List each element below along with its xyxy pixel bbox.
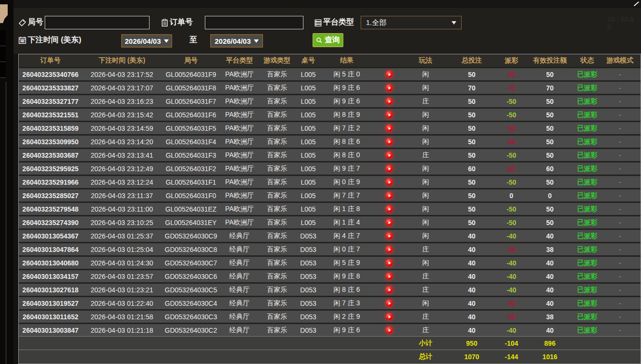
play-video-icon[interactable]	[386, 165, 393, 172]
chevron-down-icon	[254, 39, 259, 43]
cell-round-number: GL005264031F5	[162, 122, 220, 134]
cell-total-bet: 70	[445, 82, 498, 94]
cell-play-type: 庄	[406, 149, 445, 161]
cell-table-number: L005	[295, 149, 321, 161]
play-video-icon[interactable]	[386, 138, 393, 145]
cell-valid-bet: 50	[525, 136, 575, 148]
cell-total-bet: 40	[445, 324, 498, 336]
sidebar-pull-tab[interactable]	[0, 4, 8, 23]
cell-play-type: 庄	[406, 243, 445, 255]
chevron-down-icon	[164, 39, 169, 43]
cell-bet-time: 2026-04-03 23:17:07	[82, 82, 162, 94]
play-video-icon[interactable]	[386, 98, 393, 105]
query-button[interactable]: 查询	[313, 33, 343, 47]
total-valid: 1016	[525, 350, 575, 363]
total-bet: 1070	[445, 350, 498, 363]
cell-game-type: 百家乐	[259, 324, 295, 336]
play-video-icon[interactable]	[386, 246, 393, 253]
table-row: 260403235321551 2026-04-03 23:15:42 GL00…	[19, 107, 641, 121]
cell-bet-time: 2026-04-03 23:17:52	[82, 68, 162, 80]
order-number-input[interactable]	[205, 16, 303, 29]
cell-round-number: GL005264031F3	[162, 149, 220, 161]
cell-payout: -40	[498, 257, 525, 269]
calendar-icon	[18, 36, 26, 44]
table-row: 260403235333827 2026-04-03 23:17:07 GL00…	[19, 80, 641, 94]
play-video-icon[interactable]	[386, 326, 393, 334]
cell-total-bet: 50	[445, 109, 498, 121]
cell-play-type: 庄	[406, 270, 445, 282]
table-row: 260403013034157 2026-04-03 01:23:57 GD05…	[19, 269, 641, 282]
play-video-icon[interactable]	[386, 219, 393, 226]
cell-order-number: 260403235295925	[19, 163, 82, 175]
header-valid-bet: 有效投注额	[525, 54, 575, 67]
play-video-icon[interactable]	[386, 313, 393, 320]
cell-payout: 40	[498, 297, 525, 309]
play-video-icon[interactable]	[386, 259, 393, 266]
table-body: 260403235340766 2026-04-03 23:17:52 GL00…	[19, 67, 641, 336]
cell-round-number: GD053264030C9	[162, 230, 220, 242]
cell-replay	[372, 270, 406, 282]
cell-replay	[372, 324, 406, 336]
date-to-value: 2026/04/03	[214, 37, 251, 45]
date-to-picker[interactable]: 2026/04/03	[210, 34, 263, 48]
header-platform: 平台类型	[220, 54, 259, 67]
cell-game-mode: -	[599, 68, 641, 80]
cell-table-number: D053	[295, 243, 321, 255]
table-row: 260403235327177 2026-04-03 23:16:23 GL00…	[19, 94, 641, 107]
sidebar-menu-item-edge[interactable]	[0, 62, 6, 78]
play-video-icon[interactable]	[386, 178, 393, 186]
cell-order-number: 260403235321551	[19, 109, 82, 121]
cell-replay	[372, 203, 406, 215]
cell-round-number: GD053264030C7	[162, 257, 220, 269]
play-video-icon[interactable]	[386, 286, 393, 293]
cell-game-type: 百家乐	[259, 176, 295, 188]
subtotal-payout: -104	[498, 337, 525, 350]
play-video-icon[interactable]	[386, 192, 393, 199]
query-button-label: 查询	[325, 35, 340, 45]
cell-table-number: D053	[295, 257, 321, 269]
play-video-icon[interactable]	[386, 205, 393, 213]
platform-type-select[interactable]: 1.全部	[361, 16, 462, 29]
cell-game-type: 百家乐	[259, 149, 295, 161]
cell-table-number: L005	[295, 68, 321, 80]
cell-status: 已派彩	[575, 257, 599, 269]
cell-result: 闲 0 庄 7	[321, 243, 372, 255]
cell-order-number: 260403013019527	[19, 297, 82, 309]
cell-status: 已派彩	[575, 176, 599, 188]
cell-round-number: GD053264030C2	[162, 324, 220, 336]
cell-payout: 70	[498, 82, 525, 94]
cell-order-number: 260403235309950	[19, 136, 82, 148]
round-number-input[interactable]	[45, 16, 150, 29]
subtotal-valid: 896	[525, 337, 575, 350]
cell-game-mode: -	[599, 311, 641, 323]
cell-bet-time: 2026-04-03 01:23:21	[82, 284, 162, 296]
close-icon[interactable]	[634, 1, 639, 6]
cell-platform: PA欧洲厅	[220, 163, 259, 175]
play-video-icon[interactable]	[386, 111, 393, 118]
total-label: 总计	[406, 350, 445, 363]
cell-game-type: 百家乐	[259, 122, 295, 134]
cell-valid-bet: 50	[525, 203, 575, 215]
play-video-icon[interactable]	[386, 84, 393, 91]
cell-replay	[372, 82, 406, 94]
subtotal-bet: 950	[445, 337, 498, 350]
play-video-icon[interactable]	[386, 71, 393, 78]
sidebar-menu-item-edge[interactable]	[0, 46, 6, 62]
cell-order-number: 260403013027618	[19, 284, 82, 296]
cell-bet-time: 2026-04-03 01:25:37	[82, 230, 162, 242]
play-video-icon[interactable]	[386, 125, 393, 132]
play-video-icon[interactable]	[386, 151, 393, 159]
play-video-icon[interactable]	[386, 232, 393, 239]
cell-order-number: 260403235291966	[19, 176, 82, 188]
cell-game-type: 百家乐	[259, 109, 295, 121]
date-from-picker[interactable]: 2026/04/03	[121, 34, 172, 48]
platform-type-value: 1.全部	[366, 18, 452, 27]
cell-payout: -50	[498, 203, 525, 215]
cell-order-number: 260403013047864	[19, 243, 82, 255]
header-round-number: 局号	[162, 54, 220, 67]
table-row: 260403235340766 2026-04-03 23:17:52 GL00…	[19, 67, 641, 80]
play-video-icon[interactable]	[386, 300, 393, 307]
play-video-icon[interactable]	[386, 273, 393, 280]
sidebar-menu-item-edge[interactable]	[0, 30, 6, 46]
cell-game-mode: -	[599, 149, 641, 161]
